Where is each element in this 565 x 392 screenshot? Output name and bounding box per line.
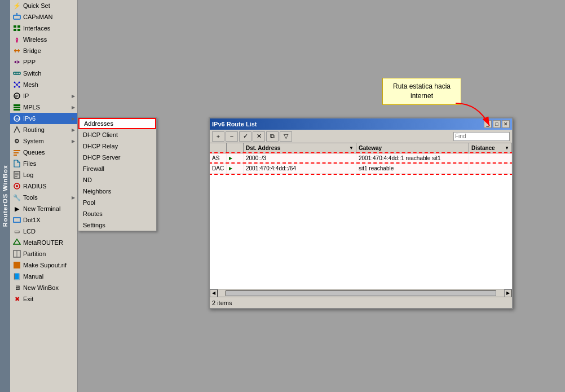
col-type	[210, 143, 227, 153]
svg-rect-33	[14, 155, 17, 156]
svg-rect-3	[14, 25, 16, 28]
queues-icon	[12, 148, 21, 157]
submenu-item-neighbors[interactable]: Neighbors	[78, 186, 156, 197]
sidebar-label-tools: Tools	[23, 194, 72, 201]
submenu-item-addresses[interactable]: Addresses	[78, 118, 156, 129]
close-button[interactable]: ✕	[502, 120, 510, 128]
sidebar-item-files[interactable]: Files	[10, 158, 77, 169]
svg-point-7	[16, 41, 18, 43]
sidebar-item-ip[interactable]: IP IP ▶	[10, 90, 77, 102]
sidebar-item-quick-set[interactable]: ⚡ Quick Set	[10, 0, 77, 11]
routing-icon	[12, 125, 21, 134]
submenu-item-settings[interactable]: Settings	[78, 219, 156, 231]
svg-text:IP: IP	[15, 95, 19, 98]
sidebar-item-radius[interactable]: RADIUS	[10, 180, 77, 192]
scroll-left-button[interactable]: ◀	[210, 289, 218, 297]
submenu-label-dhcp-client: DHCP Client	[83, 131, 118, 138]
sidebar-label-interfaces: Interfaces	[23, 25, 75, 32]
col-flag	[227, 143, 244, 153]
ip-arrow: ▶	[72, 94, 75, 99]
sidebar-item-new-winbox[interactable]: 🖥 New WinBox	[10, 282, 77, 293]
sidebar-item-interfaces[interactable]: Interfaces	[10, 23, 77, 34]
sidebar-item-system[interactable]: ⚙ System ▶	[10, 135, 77, 147]
tools-icon: 🔧	[12, 193, 21, 202]
sidebar-item-wireless[interactable]: Wireless	[10, 34, 77, 45]
sidebar-label-wireless: Wireless	[23, 36, 75, 43]
sidebar-item-exit[interactable]: ✖ Exit	[10, 293, 77, 305]
table-row[interactable]: AS ▶ 2000::/3 2001:470:4:4dd::1 reachabl…	[210, 153, 512, 164]
sidebar-item-ppp[interactable]: PPP	[10, 56, 77, 68]
new-winbox-icon: 🖥	[12, 283, 21, 292]
sidebar-item-dot1x[interactable]: Dot1X	[10, 214, 77, 226]
sidebar-label-lcd: LCD	[23, 228, 75, 235]
sidebar-item-new-terminal[interactable]: ▶ New Terminal	[10, 203, 77, 214]
sidebar-label-mpls: MPLS	[23, 104, 72, 111]
sidebar-item-capsman[interactable]: CAPsMAN	[10, 11, 77, 23]
sidebar-label-radius: RADIUS	[23, 183, 75, 190]
sidebar-label-bridge: Bridge	[23, 47, 75, 54]
sidebar-item-queues[interactable]: Queues	[10, 147, 77, 158]
sidebar-label-exit: Exit	[23, 296, 75, 302]
cell-type-1: AS	[210, 153, 227, 163]
sidebar-label-log: Log	[23, 171, 75, 178]
submenu-item-firewall[interactable]: Firewall	[78, 163, 156, 174]
ppp-icon	[12, 58, 21, 67]
filter-button[interactable]: ▽	[280, 131, 292, 142]
cross-button[interactable]: ✕	[253, 131, 265, 142]
submenu-item-dhcp-client[interactable]: DHCP Client	[78, 129, 156, 140]
sidebar-label-make-supout: Make Supout.rif	[23, 262, 75, 268]
sidebar-label-system: System	[23, 138, 72, 144]
scroll-track[interactable]	[226, 290, 496, 296]
svg-rect-5	[14, 29, 16, 31]
svg-line-21	[17, 82, 19, 85]
winbox-label: RouterOS WinBox	[0, 0, 10, 392]
status-text: 2 items	[212, 299, 232, 306]
sidebar-item-ipv6[interactable]: IPv6 IPv6 ▶	[10, 113, 77, 124]
svg-rect-27	[14, 107, 20, 108]
scroll-right-button[interactable]: ▶	[504, 289, 512, 297]
copy-button[interactable]: ⧉	[266, 131, 279, 142]
svg-rect-4	[17, 25, 20, 28]
submenu-label-settings: Settings	[83, 222, 105, 228]
sidebar-label-ppp: PPP	[23, 59, 75, 65]
sidebar-item-switch[interactable]: Switch	[10, 68, 77, 79]
submenu-item-dhcp-server[interactable]: DHCP Server	[78, 152, 156, 163]
submenu-item-routes[interactable]: Routes	[78, 208, 156, 219]
sidebar-item-metarouter[interactable]: MetaROUTER	[10, 237, 77, 248]
sidebar-label-quick-set: Quick Set	[23, 2, 75, 9]
manual-icon: 📘	[12, 272, 21, 281]
quick-set-icon: ⚡	[12, 1, 21, 10]
remove-button[interactable]: −	[226, 131, 238, 142]
submenu-item-dhcp-relay[interactable]: DHCP Relay	[78, 140, 156, 152]
check-button[interactable]: ✓	[239, 131, 251, 142]
interfaces-icon	[12, 24, 21, 33]
table-row[interactable]: DAC ▶ 2001:470:4:4dd::/64 sit1 reachable	[210, 164, 512, 174]
submenu-item-nd[interactable]: ND	[78, 174, 156, 186]
svg-point-39	[16, 185, 18, 187]
cell-dist-1	[469, 153, 512, 163]
sidebar-item-bridge[interactable]: Bridge	[10, 45, 77, 56]
add-button[interactable]: +	[212, 131, 224, 142]
sidebar-item-mesh[interactable]: Mesh	[10, 79, 77, 90]
submenu-label-dhcp-relay: DHCP Relay	[83, 143, 118, 149]
files-icon	[12, 159, 21, 168]
sidebar-item-log[interactable]: Log	[10, 169, 77, 180]
sidebar-item-routing[interactable]: Routing ▶	[10, 124, 77, 135]
window-title: IPv6 Route List	[212, 121, 257, 127]
mpls-icon	[12, 103, 21, 112]
submenu-item-pool[interactable]: Pool	[78, 197, 156, 208]
cell-type-2: DAC	[210, 164, 227, 173]
sidebar-item-lcd[interactable]: ▭ LCD	[10, 226, 77, 237]
submenu-label-routes: Routes	[83, 210, 103, 217]
svg-rect-31	[14, 150, 20, 151]
route-list-window: IPv6 Route List _ □ ✕ + − ✓ ✕ ⧉ ▽ Dst. A…	[209, 117, 513, 309]
sidebar-label-dot1x: Dot1X	[23, 217, 75, 223]
sidebar-item-partition[interactable]: Partition	[10, 248, 77, 259]
sidebar-item-tools[interactable]: 🔧 Tools ▶	[10, 192, 77, 203]
sidebar-item-mpls[interactable]: MPLS ▶	[10, 102, 77, 113]
submenu-label-dhcp-server: DHCP Server	[83, 154, 120, 161]
sidebar-item-make-supout[interactable]: Make Supout.rif	[10, 259, 77, 271]
sidebar-item-manual[interactable]: 📘 Manual	[10, 271, 77, 282]
cell-gw-2: sit1 reachable	[356, 164, 469, 173]
dst-sort-icon: ▼	[349, 146, 354, 151]
